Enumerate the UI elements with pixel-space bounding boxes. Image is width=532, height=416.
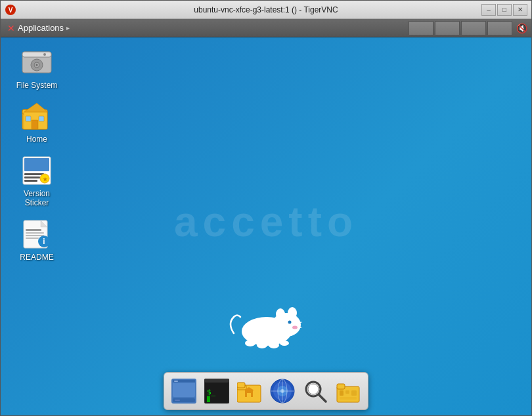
svg-rect-26 xyxy=(26,235,44,236)
svg-text:$_: $_ xyxy=(207,388,216,396)
close-button[interactable]: ✕ xyxy=(513,4,527,16)
svg-rect-3 xyxy=(22,52,51,57)
svg-rect-18 xyxy=(24,177,40,178)
svg-point-7 xyxy=(43,53,46,56)
dock-thunar[interactable] xyxy=(332,375,364,407)
taskbar: ✕ Applications ▸ 🔇 xyxy=(1,19,531,37)
thunar-svg xyxy=(336,379,361,404)
svg-rect-48 xyxy=(174,381,178,382)
dock-search[interactable] xyxy=(299,375,331,407)
showdesktop-svg xyxy=(171,379,196,404)
filesystem-icon-image xyxy=(21,47,53,78)
svg-rect-27 xyxy=(26,238,39,239)
workspace-indicator-3[interactable] xyxy=(461,21,486,35)
home-svg xyxy=(22,102,52,131)
versionsticker-icon-image: ★ xyxy=(21,155,53,186)
svg-point-43 xyxy=(269,342,279,348)
svg-line-70 xyxy=(319,394,326,402)
desktop: accetto File System xyxy=(1,37,531,415)
dock-browser[interactable] xyxy=(267,375,298,407)
dock: $_ █ xyxy=(164,372,368,410)
readme-icon[interactable]: i README xyxy=(7,216,66,264)
svg-point-39 xyxy=(288,321,292,324)
dock-showdesktop[interactable] xyxy=(168,375,200,407)
home-icon[interactable]: Home xyxy=(7,98,66,146)
filesystem-label: File System xyxy=(16,81,58,90)
browser-svg xyxy=(270,379,295,404)
dock-terminal[interactable]: $_ █ xyxy=(201,375,233,407)
svg-rect-14 xyxy=(39,116,44,121)
svg-rect-76 xyxy=(340,397,357,400)
filesystem-icon[interactable]: File System xyxy=(7,44,66,93)
desktop-watermark: accetto xyxy=(174,198,358,246)
workspace-indicator-4[interactable] xyxy=(487,21,512,35)
svg-rect-57 xyxy=(237,383,245,388)
vnc-window: V ubuntu-vnc-xfce-g3-latest:1 () - Tiger… xyxy=(0,0,532,416)
maximize-button[interactable]: □ xyxy=(497,4,512,16)
mouse-svg xyxy=(224,297,303,350)
svg-rect-19 xyxy=(24,180,37,182)
svg-rect-12 xyxy=(32,120,38,129)
svg-rect-50 xyxy=(175,400,180,401)
svg-rect-24 xyxy=(26,229,41,231)
filesystem-svg xyxy=(22,49,52,75)
svg-point-42 xyxy=(257,342,267,348)
svg-point-40 xyxy=(292,326,298,329)
readme-icon-image: i xyxy=(21,218,53,250)
folder-svg xyxy=(237,379,262,404)
workspace-indicator-1[interactable] xyxy=(409,21,433,35)
svg-rect-13 xyxy=(26,116,31,121)
home-icon-image xyxy=(21,100,53,132)
applications-menu-button[interactable]: ✕ Applications ▸ xyxy=(5,22,72,35)
svg-point-32 xyxy=(276,308,285,320)
svg-rect-75 xyxy=(351,390,357,396)
svg-rect-60 xyxy=(247,393,251,397)
home-label: Home xyxy=(26,135,47,144)
svg-point-41 xyxy=(245,340,255,346)
svg-text:█: █ xyxy=(206,396,210,402)
window-title: ubuntu-vnc-xfce-g3-latest:1 () - TigerVN… xyxy=(194,5,338,14)
titlebar: V ubuntu-vnc-xfce-g3-latest:1 () - Tiger… xyxy=(1,1,531,19)
svg-marker-10 xyxy=(24,103,48,112)
svg-text:i: i xyxy=(43,237,45,246)
svg-text:V: V xyxy=(9,7,13,14)
svg-rect-52 xyxy=(204,379,229,383)
titlebar-left: V xyxy=(5,4,16,16)
applications-arrow: ▸ xyxy=(66,24,70,31)
applications-label: Applications xyxy=(18,23,64,33)
titlebar-controls: – □ ✕ xyxy=(481,4,527,16)
readme-label: README xyxy=(20,253,53,262)
svg-point-6 xyxy=(36,64,38,66)
versionsticker-svg: ★ xyxy=(22,156,51,185)
svg-point-33 xyxy=(288,307,297,319)
versionsticker-icon[interactable]: ★ Version Sticker xyxy=(7,152,66,211)
dock-filemanager[interactable] xyxy=(234,375,265,407)
taskbar-right: 🔇 xyxy=(409,21,527,35)
svg-rect-16 xyxy=(24,158,49,171)
svg-point-44 xyxy=(280,341,289,346)
readme-svg: i xyxy=(22,220,51,249)
terminal-svg: $_ █ xyxy=(204,379,229,404)
tigervnc-icon: V xyxy=(5,4,16,16)
svg-text:★: ★ xyxy=(43,177,48,182)
versionsticker-label: Version Sticker xyxy=(24,189,50,208)
svg-rect-72 xyxy=(337,384,345,389)
xfce-mouse-mascot xyxy=(224,297,303,350)
svg-rect-17 xyxy=(24,173,44,175)
workspace-indicator-2[interactable] xyxy=(435,21,460,35)
volume-icon[interactable]: 🔇 xyxy=(516,23,527,33)
xfce-icon: ✕ xyxy=(7,23,15,33)
minimize-button[interactable]: – xyxy=(481,4,496,16)
search-svg xyxy=(303,379,328,404)
svg-rect-74 xyxy=(345,390,349,394)
svg-rect-25 xyxy=(26,232,44,234)
svg-rect-73 xyxy=(340,390,344,396)
desktop-icons: File System xyxy=(7,44,66,264)
